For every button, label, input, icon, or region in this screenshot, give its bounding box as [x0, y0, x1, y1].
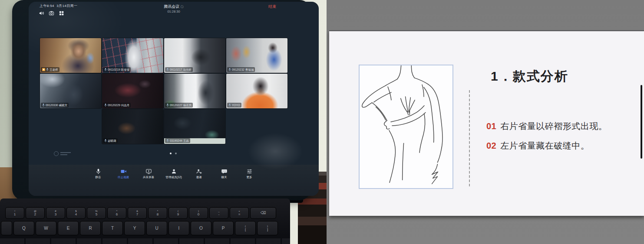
keyboard-key[interactable]: _-	[209, 207, 228, 219]
chat-button[interactable]: 聊天	[213, 168, 235, 196]
keyboard-key[interactable]: )0	[189, 207, 208, 219]
more-icon	[246, 168, 253, 175]
participant-label: 09110219 陈珍珍	[103, 67, 131, 72]
video-tile[interactable]: 09120227 徐若男	[164, 74, 225, 108]
watermark-logo-icon	[54, 151, 59, 156]
keyboard-key[interactable]: &7	[128, 207, 147, 219]
mic-icon	[104, 103, 107, 107]
video-tile[interactable]: 王老师	[40, 38, 101, 73]
slide-bullet-1: 01右片省量以碎褶形式出现。	[486, 120, 607, 132]
video-tile[interactable]: 09110217 马佳婷	[164, 38, 225, 73]
meeting-screen: 上午8:54 3月14日周一	[29, 2, 319, 196]
keyboard-key[interactable]: $4	[66, 207, 86, 219]
info-icon[interactable]: ⓘ	[181, 5, 184, 8]
mic-icon	[104, 68, 107, 72]
video-camera-icon	[120, 168, 127, 175]
keyboard-key[interactable]: E	[58, 221, 79, 235]
video-tile[interactable]: YOYO	[226, 74, 287, 108]
keyboard-key[interactable]: (9	[168, 207, 188, 219]
video-tile[interactable]: 09120330 臧晓文	[40, 74, 101, 108]
slide-title: 1．款式分析	[491, 68, 568, 85]
keyboard-key[interactable]: Q	[13, 221, 34, 235]
mute-button[interactable]: 静音	[87, 168, 109, 196]
keyboard-key[interactable]: T	[102, 221, 123, 235]
meeting-toolbar: 静音 停止视频 共享屏幕	[29, 165, 319, 196]
keyboard-key[interactable]: !1	[5, 207, 24, 219]
page-dot	[175, 153, 177, 154]
fashion-sketch-box	[359, 65, 453, 189]
keyboard-key[interactable]: P	[213, 221, 234, 235]
keyboard-key[interactable]: +=	[230, 207, 249, 219]
invite-button[interactable]: 邀请	[188, 168, 210, 196]
keyboard-key[interactable]: R	[80, 221, 101, 235]
keyboard-key-partial[interactable]	[1, 221, 12, 235]
more-button[interactable]: 更多	[238, 168, 260, 196]
mic-icon	[42, 103, 45, 107]
share-screen-button[interactable]: 共享屏幕	[138, 168, 159, 196]
keyboard-row-1: !1@2#3$4%5^6&7*8(9)0_-+=⌫	[5, 207, 276, 219]
keyboard-row-2: QWERTYUIOP{[}]	[1, 221, 278, 235]
bullet-text: 左片省量藏在破缝中。	[500, 141, 589, 150]
mic-icon	[228, 103, 231, 107]
keyboard-key[interactable]: }]	[257, 221, 278, 235]
keyboard-key[interactable]: O	[191, 221, 211, 235]
bullet-text: 右片省量以碎褶形式出现。	[500, 121, 607, 131]
slide: 1．款式分析 01右片省量以碎褶形式出现。 02左片省量藏在破缝中。	[329, 30, 644, 216]
share-screen-icon	[145, 168, 152, 175]
keyboard-key[interactable]: *8	[148, 207, 167, 219]
mic-icon	[166, 103, 169, 107]
dashed-divider	[469, 90, 470, 186]
participant-label: 03190244 王晶	[165, 138, 190, 143]
participant-label: 09120330 臧晓文	[41, 103, 69, 107]
keyboard-key[interactable]: ^6	[107, 207, 126, 219]
mic-icon	[166, 139, 169, 143]
participant-label: 09110217 马佳婷	[165, 67, 193, 72]
end-meeting-button[interactable]: 结束	[268, 4, 276, 10]
microphone-icon	[95, 168, 102, 175]
magic-keyboard: !1@2#3$4%5^6&7*8(9)0_-+=⌫ QWERTYUIOP{[}]	[0, 198, 290, 244]
mic-icon	[46, 68, 49, 72]
stop-video-button[interactable]: 停止视频	[112, 168, 134, 196]
participant-label: 09120227 徐若男	[165, 103, 193, 107]
watermark	[54, 151, 71, 156]
participant-label: YOYO	[227, 103, 241, 107]
slide-bullet-2: 02左片省量藏在破缝中。	[486, 140, 589, 152]
participant-label: 王老师	[41, 67, 59, 72]
screenshot-stage: 上午8:54 3月14日周一	[0, 0, 644, 244]
bullet-number: 02	[486, 141, 496, 150]
manage-members-button[interactable]: 管理成员(12)	[163, 168, 185, 196]
keyboard-key[interactable]: {[	[235, 221, 256, 235]
delete-key[interactable]: ⌫	[250, 207, 276, 219]
video-tile[interactable]: 09110219 陈珍珍	[102, 38, 163, 73]
keyboard-key[interactable]: #3	[46, 207, 65, 219]
meeting-duration: 01:28:30	[29, 10, 319, 13]
participant-label: 赵晓璐	[103, 138, 118, 143]
video-tile[interactable]: 赵晓璐	[102, 109, 163, 144]
keyboard-key[interactable]: W	[36, 221, 56, 235]
slide-right-panel: 1．款式分析 01右片省量以碎褶形式出现。 02左片省量藏在破缝中。	[327, 0, 644, 244]
scrollbar-thumb[interactable]	[641, 85, 642, 159]
video-tile[interactable]: 09120229 何晶月	[102, 74, 163, 108]
video-tile[interactable]: 09120232 曹瑞涵	[226, 38, 287, 73]
keyboard-key[interactable]: I	[168, 221, 189, 235]
mic-icon	[228, 68, 231, 72]
members-icon	[171, 168, 177, 175]
page-dot-active	[170, 153, 172, 154]
keyboard-key[interactable]: %5	[87, 207, 106, 219]
keyboard-key[interactable]: @2	[26, 207, 45, 219]
video-tile[interactable]: 03190244 王晶	[164, 109, 225, 144]
mic-icon	[104, 139, 107, 143]
tablet: 上午8:54 3月14日周一	[12, 0, 311, 200]
fashion-croquis-drawing	[360, 65, 452, 188]
bullet-number: 01	[486, 121, 496, 131]
chat-icon	[221, 168, 228, 175]
keyboard-key[interactable]: U	[146, 221, 167, 235]
keyboard-key[interactable]: Y	[124, 221, 145, 235]
participant-label: 09120232 曹瑞涵	[227, 67, 255, 72]
participant-label: 09120229 何晶月	[103, 103, 131, 107]
invite-icon	[196, 168, 202, 175]
keyboard-row-3-partial	[0, 238, 290, 244]
page-dots	[170, 153, 177, 154]
host-icon	[42, 68, 45, 71]
mic-icon	[166, 68, 169, 72]
